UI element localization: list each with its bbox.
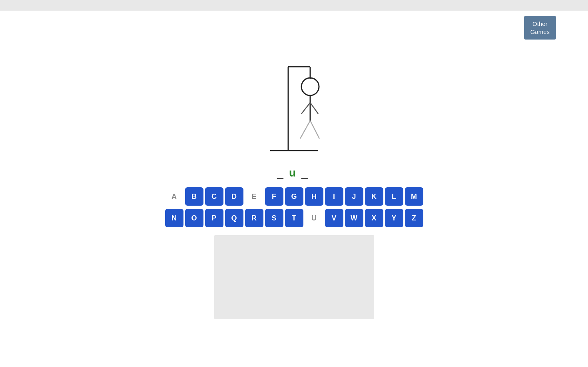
header: OtherGames bbox=[0, 11, 588, 43]
keyboard-area: ABCDEFGHIJKLM NOPQRSTUVWXYZ bbox=[165, 187, 423, 227]
svg-line-6 bbox=[301, 103, 310, 114]
word-blank-1: _ bbox=[277, 167, 287, 179]
key-i[interactable]: I bbox=[325, 187, 343, 206]
key-j[interactable]: J bbox=[345, 187, 363, 206]
key-r[interactable]: R bbox=[245, 209, 263, 227]
svg-point-4 bbox=[301, 78, 319, 95]
bottom-panel bbox=[214, 235, 374, 319]
word-display: _ u _ bbox=[277, 167, 311, 179]
key-y[interactable]: Y bbox=[385, 209, 403, 227]
key-t[interactable]: T bbox=[285, 209, 303, 227]
hangman-svg bbox=[254, 47, 334, 159]
svg-line-8 bbox=[300, 121, 310, 139]
key-g[interactable]: G bbox=[285, 187, 303, 206]
key-z[interactable]: Z bbox=[405, 209, 423, 227]
key-m[interactable]: M bbox=[405, 187, 423, 206]
key-p[interactable]: P bbox=[205, 209, 223, 227]
key-o[interactable]: O bbox=[185, 209, 203, 227]
other-games-button[interactable]: OtherGames bbox=[524, 16, 556, 40]
key-s[interactable]: S bbox=[265, 209, 283, 227]
key-x[interactable]: X bbox=[365, 209, 383, 227]
key-d[interactable]: D bbox=[225, 187, 243, 206]
word-blank-2: _ bbox=[301, 167, 311, 179]
key-n[interactable]: N bbox=[165, 209, 183, 227]
keyboard-row-2: NOPQRSTUVWXYZ bbox=[165, 209, 423, 227]
key-e: E bbox=[245, 187, 263, 206]
top-bar bbox=[0, 0, 588, 11]
hangman-container bbox=[254, 47, 334, 159]
word-letter-correct: u bbox=[289, 167, 299, 179]
key-f[interactable]: F bbox=[265, 187, 283, 206]
key-w[interactable]: W bbox=[345, 209, 363, 227]
keyboard-row-1: ABCDEFGHIJKLM bbox=[165, 187, 423, 206]
key-c[interactable]: C bbox=[205, 187, 223, 206]
key-v[interactable]: V bbox=[325, 209, 343, 227]
key-a: A bbox=[165, 187, 183, 206]
key-u: U bbox=[305, 209, 323, 227]
key-b[interactable]: B bbox=[185, 187, 203, 206]
key-l[interactable]: L bbox=[385, 187, 403, 206]
key-k[interactable]: K bbox=[365, 187, 383, 206]
key-q[interactable]: Q bbox=[225, 209, 243, 227]
svg-line-7 bbox=[310, 103, 318, 114]
svg-line-9 bbox=[310, 121, 319, 139]
game-area: _ u _ ABCDEFGHIJKLM NOPQRSTUVWXYZ bbox=[0, 43, 588, 319]
key-h[interactable]: H bbox=[305, 187, 323, 206]
